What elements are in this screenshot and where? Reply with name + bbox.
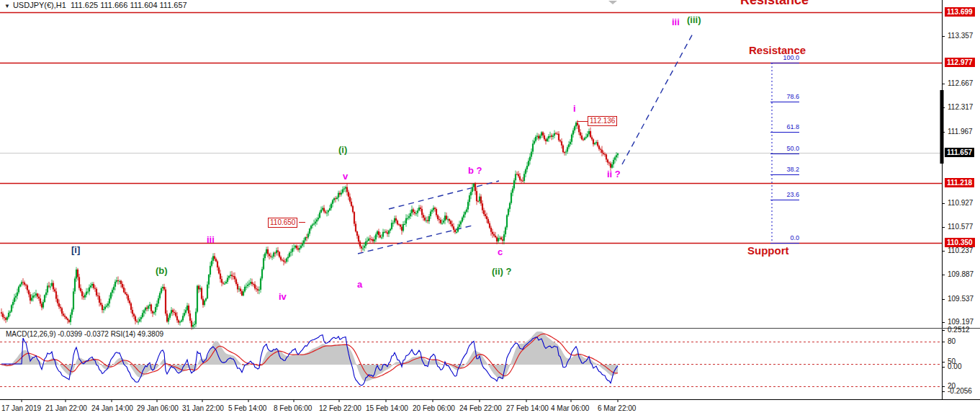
time-axis-label: 21 Jan 22:00 — [45, 404, 87, 412]
symbol-title: USDJPY(€),H1 — [13, 1, 66, 9]
price-tag: 110.650 — [268, 218, 297, 228]
projection-arrow — [622, 32, 693, 164]
indicator-curves — [0, 332, 942, 387]
time-axis-label: 31 Jan 22:00 — [182, 404, 224, 412]
macd-histogram — [1, 332, 618, 381]
time-axis-label: 5 Feb 14:00 — [228, 404, 266, 412]
indicator-axis-label: 0.2512 — [948, 326, 970, 334]
fib-level-label: 61.8 — [772, 123, 799, 130]
fib-level-label: 100.0 — [772, 54, 799, 61]
time-axis-label: 24 Jan 14:00 — [91, 404, 133, 412]
symbol-dropdown-icon[interactable]: ▼ — [4, 3, 10, 9]
support-label: Support — [747, 244, 789, 257]
wave-label: (b) — [156, 265, 168, 276]
price-axis-label: 112.667 — [948, 79, 973, 87]
price-axis-label: 111.967 — [948, 128, 973, 135]
quote-values: 111.625 111.666 111.604 111.657 — [71, 1, 187, 9]
wave-label: iv — [279, 291, 287, 302]
wave-label: i — [573, 103, 576, 114]
chart-window: ▼USDJPY(€),H1 111.625 111.666 111.604 11… — [0, 0, 980, 418]
time-axis-label: 20 Feb 06:00 — [413, 404, 455, 412]
price-axis-label: 113.357 — [948, 32, 973, 40]
wave-label: iii — [207, 234, 215, 245]
time-axis-label: 27 Feb 14:00 — [506, 404, 549, 412]
time-axis-label: 8 Feb 06:00 — [274, 404, 312, 412]
price-axis-label: 109.197 — [948, 318, 974, 326]
price-axis-level-box: 111.218 — [945, 178, 974, 187]
indicator-axis-label: -0.2056 — [948, 387, 972, 395]
chart-shift-marker-icon[interactable] — [608, 1, 617, 4]
panel-frame — [0, 0, 980, 400]
price-axis-label: 110.577 — [948, 223, 973, 231]
axis-ticks — [22, 37, 945, 403]
price-axis-label: 112.317 — [948, 103, 973, 111]
time-axis-label: 29 Jan 06:00 — [137, 404, 179, 412]
time-axis-label: 17 Jan 2019 — [1, 404, 41, 412]
price-axis-label: 109.537 — [948, 295, 974, 303]
indicator-axis-label: 80 — [948, 337, 956, 345]
wave-label: [i] — [71, 244, 80, 255]
price-tag: 112.136 — [588, 116, 617, 126]
fib-level-label: 0.0 — [772, 234, 799, 241]
price-axis-label: 110.927 — [948, 199, 973, 207]
time-axis-label: 12 Feb 22:00 — [319, 404, 361, 412]
price-axis-level-box: 112.977 — [945, 58, 975, 67]
wave-label: iii — [672, 17, 680, 27]
fib-level-label: 38.2 — [772, 166, 799, 173]
wave-label: c — [498, 246, 503, 257]
fib-level-label: 78.6 — [772, 93, 799, 100]
price-axis-label: 109.887 — [948, 270, 974, 278]
price-axis-level-box: 113.699 — [945, 7, 975, 17]
wave-label: (ii) ? — [492, 266, 511, 277]
wave-label: a — [357, 279, 362, 290]
indicator-label: MACD(12,26,9) -0.0399 -0.0372 RSI(14) 49… — [6, 330, 163, 338]
time-axis-label: 4 Mar 06:00 — [551, 404, 589, 412]
price-axis-level-box: 110.350 — [945, 238, 975, 247]
chart-canvas[interactable] — [0, 0, 980, 418]
trend-lines[interactable] — [358, 32, 693, 254]
wave-label: (iii) — [687, 14, 701, 25]
price-axis-current-price-box: 111.657 — [945, 148, 974, 157]
wave-label: ii ? — [607, 169, 621, 179]
chart-title: ▼USDJPY(€),H1 111.625 111.666 111.604 11… — [4, 1, 187, 9]
time-axis-label: 24 Feb 22:00 — [459, 404, 502, 412]
candlesticks — [1, 120, 618, 330]
wave-label: b ? — [468, 165, 482, 176]
price-axis-label: 110.237 — [948, 246, 973, 254]
fib-level-label: 23.6 — [772, 191, 799, 198]
wave-label: v — [343, 171, 348, 182]
wave-label: (i) — [338, 144, 347, 155]
resistance-label-top: Resistance — [740, 0, 809, 8]
fib-level-label: 50.0 — [772, 145, 799, 152]
time-axis-label: 15 Feb 14:00 — [366, 404, 408, 412]
time-axis-label: 6 Mar 22:00 — [598, 404, 636, 412]
indicator-axis-label: 0.00 — [948, 363, 961, 370]
